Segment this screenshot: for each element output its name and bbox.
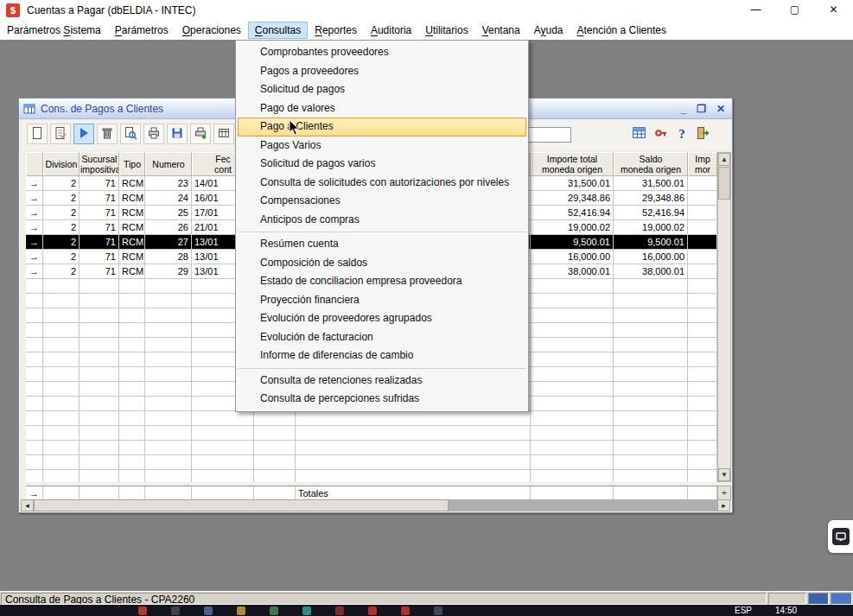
- grid-cell: [531, 279, 614, 294]
- scroll-down-icon[interactable]: ▼: [718, 468, 730, 481]
- menubar-item-0[interactable]: Parámetros Sistema: [0, 22, 108, 39]
- scroll-right-icon[interactable]: ▸: [717, 499, 730, 511]
- access-key-button[interactable]: [651, 124, 672, 144]
- grid-cell: [43, 323, 80, 338]
- menu-item-7[interactable]: Consulta de solicitudes con autorizacion…: [236, 174, 528, 193]
- grid-cell: [119, 397, 145, 411]
- taskbar-app-icon[interactable]: [270, 606, 278, 615]
- maximize-button[interactable]: ▢: [775, 0, 814, 20]
- taskbar-app-icon[interactable]: [171, 606, 180, 615]
- scroll-up-icon[interactable]: ▲: [718, 153, 730, 166]
- menu-item-0[interactable]: Comprobantes proveedores: [236, 43, 528, 62]
- menu-item-20[interactable]: Consulta de percepciones sufridas: [236, 390, 528, 409]
- menu-item-4[interactable]: Pago a Clientes: [238, 117, 526, 137]
- print-button[interactable]: [143, 124, 164, 144]
- grid-cell: 71: [80, 264, 119, 279]
- child-restore-button[interactable]: ❐: [697, 103, 706, 115]
- menu-separator: [238, 232, 526, 232]
- menu-item-1[interactable]: Pagos a proveedores: [236, 62, 528, 81]
- table-view-button[interactable]: [628, 124, 649, 144]
- menubar-item-3[interactable]: Consultas: [248, 22, 308, 39]
- menu-item-14[interactable]: Proyección financiera: [236, 291, 528, 310]
- grid-cell: [43, 470, 80, 482]
- taskbar-app-icon[interactable]: [237, 606, 245, 615]
- close-button[interactable]: ✕: [814, 0, 853, 20]
- menu-item-8[interactable]: Compensaciones: [236, 192, 528, 211]
- menu-item-12[interactable]: Composición de saldos: [236, 254, 528, 273]
- taskbar-app-icon[interactable]: [302, 606, 311, 615]
- grid-cell: [296, 426, 531, 441]
- taskbar-app-icon[interactable]: [335, 606, 344, 615]
- grid-cell: [296, 455, 531, 470]
- menubar-item-9[interactable]: Atención a Clientes: [570, 22, 673, 39]
- new-button[interactable]: [27, 124, 48, 144]
- grid-cell: [119, 323, 145, 338]
- menu-item-15[interactable]: Evolución de proveedores agrupados: [236, 309, 528, 328]
- exit-button[interactable]: [692, 124, 713, 144]
- menubar-item-1[interactable]: Parámetros: [108, 22, 175, 39]
- run-button[interactable]: [73, 124, 94, 144]
- taskbar-app-icon[interactable]: [401, 606, 410, 615]
- taskbar-language[interactable]: ESP: [735, 606, 752, 615]
- grid-cell: 2: [43, 235, 80, 250]
- menu-item-11[interactable]: Resúmen cuenta: [236, 235, 528, 254]
- grid-column-header-1[interactable]: Division: [43, 152, 80, 176]
- menu-item-3[interactable]: Pago de valores: [236, 99, 528, 118]
- menubar-item-8[interactable]: Ayuda: [527, 22, 570, 39]
- menubar-item-2[interactable]: Operaciones: [175, 22, 248, 39]
- overlay-widget[interactable]: [828, 520, 853, 553]
- preview-button[interactable]: [120, 124, 141, 144]
- menubar-item-7[interactable]: Ventana: [475, 22, 527, 39]
- grid-cell: [43, 455, 80, 470]
- menu-item-9[interactable]: Anticipos de compras: [236, 211, 528, 230]
- help-button[interactable]: ?: [672, 124, 692, 144]
- print-setup-button[interactable]: [190, 124, 211, 144]
- menu-item-6[interactable]: Solicitud de pagos varios: [236, 155, 528, 174]
- grid-column-header-8[interactable]: Importe totalmoneda origen: [531, 152, 614, 176]
- minimize-button[interactable]: —: [736, 0, 775, 20]
- grid-cell: [145, 397, 192, 411]
- menu-separator: [238, 368, 526, 369]
- grid-split-button[interactable]: ÷: [717, 486, 731, 500]
- consultas-dropdown-menu: Comprobantes proveedoresPagos a proveedo…: [235, 40, 529, 412]
- child-close-button[interactable]: ✕: [716, 103, 725, 115]
- menubar: Parámetros SistemaParámetrosOperacionesC…: [0, 20, 853, 40]
- grid-cell: [688, 191, 717, 206]
- row-selector-icon: →: [26, 191, 43, 206]
- taskbar-app-icon[interactable]: [138, 606, 147, 615]
- grid-column-header-9[interactable]: Saldomoneda origen: [614, 152, 688, 176]
- edit-button[interactable]: [50, 124, 71, 144]
- menu-item-13[interactable]: Estado de conciliacion empresa proveedor…: [236, 272, 528, 291]
- grid-cell: [145, 426, 192, 441]
- vertical-scrollbar[interactable]: ▲ ▼: [717, 152, 731, 482]
- grid-column-header-4[interactable]: Numero: [145, 152, 192, 176]
- export-button[interactable]: [213, 124, 234, 144]
- menu-item-16[interactable]: Evolución de facturacion: [236, 328, 528, 347]
- grid-column-header-10[interactable]: Impmor: [688, 152, 717, 176]
- taskbar-app-icon[interactable]: [204, 606, 213, 615]
- grid-cell: [254, 455, 296, 470]
- taskbar-app-icon[interactable]: [434, 606, 442, 615]
- vertical-scroll-thumb[interactable]: [718, 167, 730, 200]
- grid-column-header-3[interactable]: Tipo: [119, 152, 145, 176]
- menu-item-19[interactable]: Consulta de retenciones realizadas: [236, 372, 528, 391]
- menubar-item-4[interactable]: Reportes: [308, 22, 364, 39]
- menu-item-2[interactable]: Solicitud de pagos: [236, 80, 528, 99]
- horizontal-scroll-thumb[interactable]: [34, 499, 449, 511]
- grid-column-header-2[interactable]: Sucursalimpositiva: [80, 152, 119, 176]
- menubar-item-5[interactable]: Auditoria: [364, 22, 418, 39]
- grid-cell: [531, 323, 614, 338]
- delete-button[interactable]: [97, 124, 118, 144]
- menubar-item-6[interactable]: Utilitarios: [418, 22, 474, 39]
- menu-item-5[interactable]: Pagos Varios: [236, 137, 528, 156]
- save-button[interactable]: [167, 124, 188, 144]
- child-minimize-button[interactable]: _: [680, 103, 686, 115]
- grid-cell: [145, 279, 192, 294]
- horizontal-scrollbar[interactable]: ◂ ▸: [21, 499, 730, 511]
- scroll-left-icon[interactable]: ◂: [21, 499, 34, 511]
- grid-cell: 26: [145, 220, 192, 235]
- grid-cell: [531, 382, 614, 397]
- taskbar-app-icon[interactable]: [368, 606, 377, 615]
- taskbar-clock[interactable]: 14:50: [775, 606, 797, 615]
- menu-item-17[interactable]: Informe de diferencias de cambio: [236, 346, 528, 365]
